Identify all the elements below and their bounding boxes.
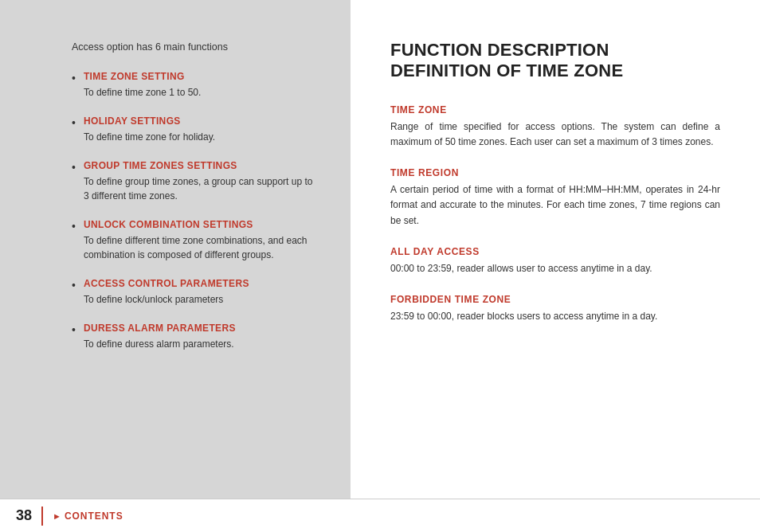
menu-item-description: To define lock/unlock parameters [84,292,249,307]
menu-list-item: •HOLIDAY SETTINGSTo define time zone for… [72,114,319,144]
menu-item-title: HOLIDAY SETTINGS [84,114,215,128]
menu-item-content: DURESS ALARM PARAMETERSTo define duress … [84,321,236,351]
menu-item-title: UNLOCK COMBINATION SETTINGS [84,217,319,232]
definition-title: ALL DAY ACCESS [390,246,720,257]
section-title: FUNCTION DESCRIPTION DEFINITION OF TIME … [390,40,720,82]
definition-block: FORBIDDEN TIME ZONE23:59 to 00:00, reade… [390,294,720,324]
definition-title: TIME ZONE [390,104,720,115]
menu-item-title: TIME ZONE SETTING [84,69,201,84]
section-title-line2: DEFINITION OF TIME ZONE [390,61,623,80]
bullet-icon: • [72,115,76,131]
menu-list-item: •GROUP TIME ZONES SETTINGSTo define grou… [72,158,319,203]
menu-list-item: •TIME ZONE SETTINGTo define time zone 1 … [72,69,319,100]
contents-arrow-icon: ► [53,511,61,521]
definition-title: FORBIDDEN TIME ZONE [390,294,720,305]
footer-divider [41,507,43,526]
menu-list-item: •DURESS ALARM PARAMETERSTo define duress… [72,321,319,351]
contents-link[interactable]: CONTENTS [65,510,123,522]
definition-body: Range of time specified for access optio… [390,119,720,150]
definition-body: A certain period of time with a format o… [390,182,720,229]
left-panel: Access option has 6 main functions •TIME… [0,0,351,499]
definition-title: TIME REGION [390,167,720,178]
menu-item-title: DURESS ALARM PARAMETERS [84,321,236,335]
menu-list-item: •ACCESS CONTROL PARAMETERSTo define lock… [72,276,319,307]
menu-list-item: •UNLOCK COMBINATION SETTINGSTo define di… [72,217,319,262]
bullet-icon: • [72,277,76,294]
definition-block: TIME REGIONA certain period of time with… [390,167,720,229]
menu-item-description: To define different time zone combinatio… [84,233,319,262]
menu-item-description: To define duress alarm parameters. [84,337,236,351]
menu-item-description: To define time zone 1 to 50. [84,85,201,100]
menu-list: •TIME ZONE SETTINGTo define time zone 1 … [72,69,319,351]
page-number: 38 [16,507,32,524]
right-panel: FUNCTION DESCRIPTION DEFINITION OF TIME … [351,0,760,499]
menu-item-content: ACCESS CONTROL PARAMETERSTo define lock/… [84,276,249,307]
definitions-container: TIME ZONERange of time specified for acc… [390,104,720,324]
bullet-icon: • [72,70,76,87]
menu-item-content: UNLOCK COMBINATION SETTINGSTo define dif… [84,217,319,262]
definition-block: TIME ZONERange of time specified for acc… [390,104,720,150]
menu-item-content: TIME ZONE SETTINGTo define time zone 1 t… [84,69,201,100]
definition-block: ALL DAY ACCESS00:00 to 23:59, reader all… [390,246,720,276]
menu-item-description: To define time zone for holiday. [84,130,215,144]
menu-item-description: To define group time zones, a group can … [84,174,319,203]
bullet-icon: • [72,218,76,235]
menu-item-content: HOLIDAY SETTINGSTo define time zone for … [84,114,215,144]
intro-text: Access option has 6 main functions [72,40,319,55]
definition-body: 23:59 to 00:00, reader blocks users to a… [390,309,720,324]
menu-item-title: ACCESS CONTROL PARAMETERS [84,276,249,291]
footer: 38 ► CONTENTS [0,499,760,532]
definition-body: 00:00 to 23:59, reader allows user to ac… [390,261,720,276]
menu-item-title: GROUP TIME ZONES SETTINGS [84,158,319,173]
bullet-icon: • [72,322,76,338]
menu-item-content: GROUP TIME ZONES SETTINGSTo define group… [84,158,319,203]
section-title-line1: FUNCTION DESCRIPTION [390,40,609,60]
bullet-icon: • [72,159,76,176]
